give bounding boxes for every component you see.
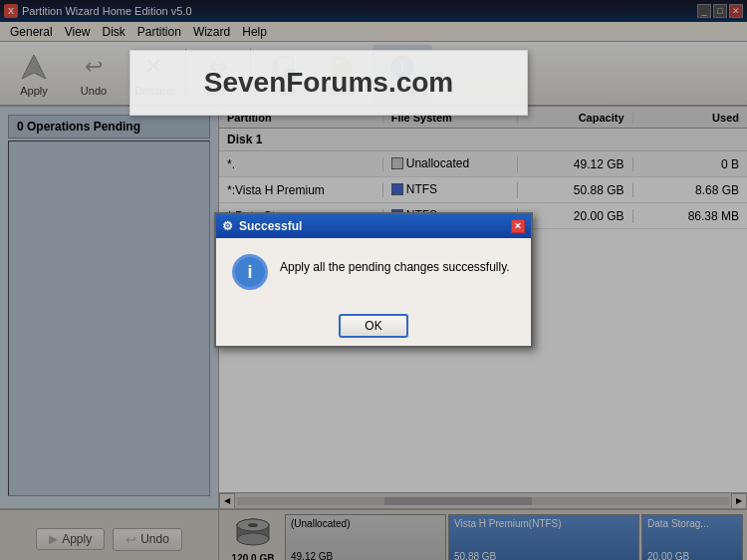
- modal-title-text: Successful: [239, 219, 302, 233]
- modal-ok-button[interactable]: OK: [339, 314, 408, 338]
- success-modal: ⚙ Successful ✕ i Apply all the pending c…: [214, 212, 533, 348]
- modal-title-left: ⚙ Successful: [222, 219, 302, 233]
- watermark: SevenForums.com: [129, 50, 528, 116]
- modal-title-icon: ⚙: [222, 219, 233, 233]
- modal-close-button[interactable]: ✕: [511, 219, 525, 233]
- modal-info-icon: i: [232, 254, 268, 290]
- modal-footer: OK: [216, 306, 531, 346]
- modal-body: i Apply all the pending changes successf…: [216, 238, 531, 306]
- modal-message: Apply all the pending changes successful…: [280, 254, 510, 274]
- modal-overlay: SevenForums.com ⚙ Successful ✕ i Apply a…: [0, 0, 747, 560]
- modal-title-bar: ⚙ Successful ✕: [216, 214, 531, 238]
